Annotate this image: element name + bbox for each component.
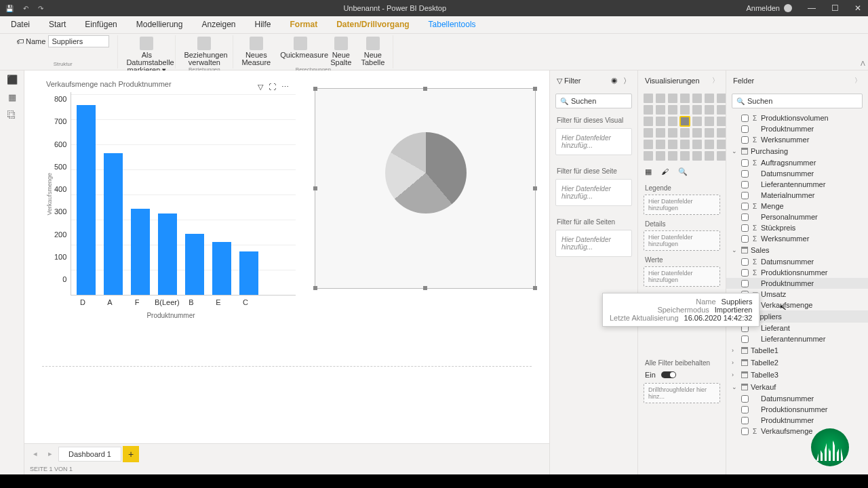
vis-type-icon[interactable] <box>656 128 665 138</box>
new-column-button[interactable]: NeueSpalte <box>330 37 351 66</box>
vis-type-icon[interactable] <box>680 128 690 138</box>
add-page-button[interactable]: + <box>123 446 139 462</box>
visual-more-icon[interactable]: ⋯ <box>281 83 289 92</box>
visual-filter-icon[interactable]: ▽ <box>258 83 263 92</box>
field-table[interactable]: ⌄Purchasing <box>726 145 868 157</box>
vis-type-icon[interactable] <box>705 117 714 126</box>
vis-type-icon[interactable] <box>717 128 726 138</box>
selection-handle[interactable] <box>313 87 317 91</box>
collapse-ribbon-icon[interactable]: ᐱ <box>861 60 865 67</box>
vis-type-icon[interactable] <box>668 151 677 161</box>
quick-measure-button[interactable]: Quickmeasure <box>280 37 321 59</box>
data-view-icon[interactable]: ▦ <box>7 92 18 102</box>
vis-type-icon[interactable] <box>705 94 714 103</box>
field-table[interactable]: ›Tabelle3 <box>726 369 868 381</box>
vis-type-icon[interactable] <box>644 140 653 149</box>
selection-handle[interactable] <box>423 286 427 290</box>
format-tab-icon[interactable]: 🖌 <box>661 167 669 176</box>
filter-eye-icon[interactable]: ◉ <box>611 76 618 86</box>
vis-type-icon[interactable] <box>668 105 677 115</box>
field-item[interactable]: ΣMenge <box>726 201 868 211</box>
vis-type-icon[interactable] <box>680 140 690 149</box>
bar[interactable] <box>239 251 258 295</box>
pie-chart-visual[interactable] <box>315 88 536 289</box>
field-item[interactable]: Datumsnummer <box>726 393 868 404</box>
field-item[interactable]: Lieferantennummer <box>726 333 868 344</box>
tab-tabellentools[interactable]: Tabellentools <box>426 17 479 33</box>
vis-type-icon[interactable] <box>668 128 677 138</box>
legend-drop[interactable]: Hier Datenfelder hinzufügen <box>644 195 720 215</box>
field-item[interactable]: Personalnummer <box>726 211 868 222</box>
analytics-tab-icon[interactable]: 🔍 <box>678 167 688 176</box>
vis-type-icon[interactable] <box>717 105 726 115</box>
tab-modellierung[interactable]: Modellierung <box>134 17 186 33</box>
undo-icon[interactable]: ↶ <box>23 5 28 12</box>
vis-type-icon[interactable] <box>705 128 714 138</box>
vis-type-icon[interactable] <box>668 94 677 103</box>
vis-type-icon[interactable] <box>717 151 726 161</box>
vis-type-icon[interactable] <box>717 117 726 126</box>
field-item[interactable]: ΣWerksnummer <box>726 233 868 244</box>
redo-icon[interactable]: ↷ <box>38 5 43 12</box>
vis-type-icon[interactable] <box>717 140 726 149</box>
selection-handle[interactable] <box>533 286 537 290</box>
field-item[interactable]: ΣAuftragsnummer <box>726 157 868 168</box>
vis-type-icon[interactable] <box>692 105 702 115</box>
tab-hilfe[interactable]: Hilfe <box>252 17 274 33</box>
report-canvas[interactable]: Verkaufsmenge nach Produktnummer ▽ ⛶ ⋯ V… <box>24 70 549 443</box>
vis-type-icon[interactable] <box>668 140 677 149</box>
field-table[interactable]: ⌄Sales <box>726 244 868 256</box>
vis-type-icon[interactable] <box>644 128 653 138</box>
vis-type-icon[interactable] <box>717 94 726 103</box>
page-tab[interactable]: Dashboard 1 <box>58 447 121 462</box>
field-item[interactable]: Produktnummer <box>726 415 868 426</box>
filter-drop-page[interactable]: Hier Datenfelder hinzufüg... <box>555 179 632 206</box>
selection-handle[interactable] <box>423 87 427 91</box>
vis-type-icon[interactable] <box>644 151 653 161</box>
selection-handle[interactable] <box>533 186 537 190</box>
tab-daten-drill[interactable]: Daten/Drillvorgang <box>334 17 412 33</box>
vis-type-icon[interactable] <box>656 94 665 103</box>
page-next-button[interactable]: ▸ <box>43 447 57 461</box>
field-item[interactable]: ΣVerkaufsmenge <box>726 426 868 436</box>
tab-datei[interactable]: Datei <box>8 17 33 33</box>
field-item[interactable]: Produktnummer <box>726 278 868 289</box>
bar[interactable] <box>212 242 231 295</box>
vis-type-icon[interactable] <box>692 151 702 161</box>
fields-collapse-icon[interactable]: 〉 <box>854 76 861 85</box>
details-drop[interactable]: Hier Datenfelder hinzufügen <box>644 230 720 251</box>
filter-search-input[interactable]: 🔍 Suchen <box>555 94 632 108</box>
field-item[interactable]: ΣWerksnummer <box>726 134 868 145</box>
fields-tab-icon[interactable]: ▦ <box>645 167 652 176</box>
vis-type-icon[interactable] <box>692 94 702 103</box>
bar[interactable] <box>77 105 96 295</box>
maximize-button[interactable]: ☐ <box>825 0 845 16</box>
field-item[interactable]: Lieferantennummer <box>726 179 868 190</box>
field-item[interactable]: ΣStückpreis <box>726 222 868 233</box>
vis-type-icon[interactable] <box>705 140 714 149</box>
selection-handle[interactable] <box>533 87 537 91</box>
page-prev-button[interactable]: ◂ <box>28 447 42 461</box>
field-item[interactable]: Produktionsnummer <box>726 404 868 415</box>
vis-type-icon[interactable] <box>680 117 690 126</box>
vis-type-icon[interactable] <box>680 105 690 115</box>
values-drop[interactable]: Hier Datenfelder hinzufügen <box>644 266 720 287</box>
vis-type-icon[interactable] <box>692 128 702 138</box>
bar-chart-visual[interactable]: Verkaufsmenge nach Produktnummer ▽ ⛶ ⋯ V… <box>46 80 296 321</box>
fields-search-input[interactable]: 🔍 Suchen <box>732 94 863 108</box>
field-table[interactable]: ›Tabelle1 <box>726 344 868 357</box>
selection-handle[interactable] <box>313 286 317 290</box>
model-view-icon[interactable]: ⿻ <box>7 110 18 119</box>
vis-type-icon[interactable] <box>656 117 665 126</box>
tab-start[interactable]: Start <box>46 17 68 33</box>
filter-drop-all[interactable]: Hier Datenfelder hinzufüg... <box>555 230 632 257</box>
bar[interactable] <box>131 209 150 295</box>
signin-button[interactable]: Anmelden <box>746 4 792 12</box>
field-item[interactable]: ΣDatumsnummer <box>726 256 868 267</box>
table-name-input[interactable] <box>48 35 109 47</box>
tab-einfuegen[interactable]: Einfügen <box>82 17 119 33</box>
selection-handle[interactable] <box>313 186 317 190</box>
vis-type-icon[interactable] <box>705 105 714 115</box>
vis-type-icon[interactable] <box>668 117 677 126</box>
vis-type-icon[interactable] <box>644 94 653 103</box>
